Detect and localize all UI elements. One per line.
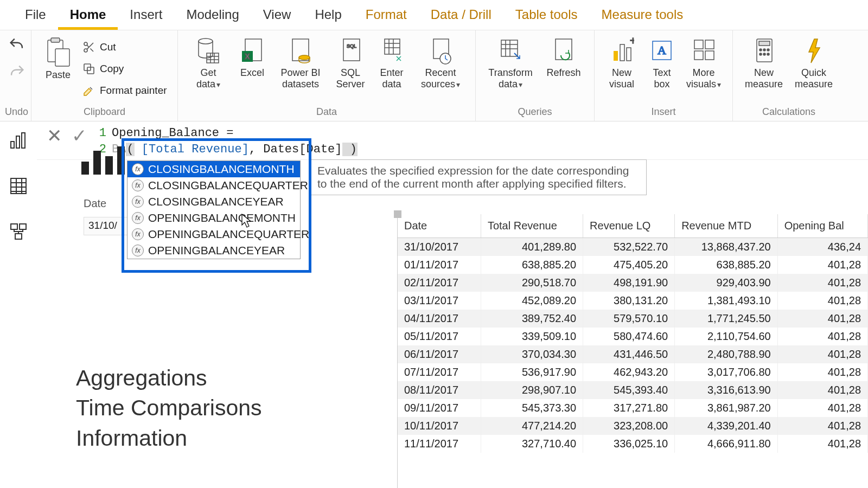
tab-format[interactable]: Format xyxy=(354,1,419,30)
sql-server-button[interactable]: SQL SQL Server xyxy=(331,34,370,89)
table-cell: 545,373.30 xyxy=(481,399,583,417)
text-box-button[interactable]: A Text box xyxy=(644,34,679,89)
col-opening-bal[interactable]: Opening Bal xyxy=(777,214,867,238)
excel-icon: X xyxy=(240,37,265,65)
intelli-item-2[interactable]: fxCLOSINGBALANCEYEAR xyxy=(127,194,300,210)
table-cell: 401,28 xyxy=(777,363,867,381)
format-painter-button[interactable]: Format painter xyxy=(82,81,167,100)
col-total-revenue[interactable]: Total Revenue xyxy=(481,214,583,238)
table-cell: 2,110,754.60 xyxy=(675,328,778,345)
data-group: Get data▾ X Excel Power BI datasets SQL … xyxy=(178,30,476,121)
calculator-icon xyxy=(751,37,776,65)
paste-button[interactable]: Paste xyxy=(39,34,77,81)
text-box-label: Text box xyxy=(653,67,671,89)
col-revenue-lq[interactable]: Revenue LQ xyxy=(583,214,675,238)
table-row[interactable]: 09/11/2017545,373.30317,271.803,861,987.… xyxy=(398,399,868,417)
enter-data-button[interactable]: Enter data xyxy=(373,34,410,89)
dax-editor[interactable]: 1Opening_Balance = 2BA( [Total Revenue],… xyxy=(94,124,358,158)
intelli-item-4[interactable]: fxOPENINGBALANCEQUARTER xyxy=(127,226,300,242)
data-table: Date Total Revenue Revenue LQ Revenue MT… xyxy=(398,214,868,453)
cut-button[interactable]: Cut xyxy=(82,38,167,56)
col-revenue-mtd[interactable]: Revenue MTD xyxy=(675,214,778,238)
table-cell: 452,089.20 xyxy=(481,292,583,310)
table-row[interactable]: 05/11/2017339,509.10580,474.602,110,754.… xyxy=(398,328,868,345)
refresh-button[interactable]: Refresh xyxy=(541,34,586,79)
table-row[interactable]: 06/11/2017370,034.30431,446.502,480,788.… xyxy=(398,345,868,363)
redo-icon[interactable] xyxy=(8,63,26,81)
powerbi-datasets-button[interactable]: Power BI datasets xyxy=(273,34,328,89)
data-table-visual[interactable]: Date Total Revenue Revenue LQ Revenue MT… xyxy=(397,214,868,488)
sql-icon: SQL xyxy=(338,37,363,65)
data-view-button[interactable] xyxy=(5,173,31,199)
cancel-formula-button[interactable]: ✕ xyxy=(47,126,62,145)
copy-button[interactable]: Copy xyxy=(82,60,167,78)
undo-icon[interactable] xyxy=(8,36,26,54)
excel-button[interactable]: X Excel xyxy=(234,34,270,79)
transform-data-button[interactable]: Transform data▾ xyxy=(483,34,538,89)
intelli-item-5[interactable]: fxOPENINGBALANCEYEAR xyxy=(127,242,300,259)
more-visuals-icon xyxy=(691,37,716,65)
formula-bar[interactable]: ✕ ✓ 1Opening_Balance = 2BA( [Total Reven… xyxy=(37,122,868,160)
quick-measure-button[interactable]: Quick measure xyxy=(790,34,837,89)
table-cell: 545,393.40 xyxy=(583,381,675,399)
intelli-item-0[interactable]: fxCLOSINGBALANCEMONTH xyxy=(127,161,300,177)
more-visuals-button[interactable]: More visuals▾ xyxy=(682,34,725,89)
intellisense-dropdown[interactable]: fxCLOSINGBALANCEMONTH fxCLOSINGBALANCEQU… xyxy=(127,160,301,259)
table-row[interactable]: 10/11/2017477,214.20323,208.004,339,201.… xyxy=(398,417,868,435)
get-data-button[interactable]: Get data▾ xyxy=(186,34,231,89)
formula-arg2: Dates[Date] xyxy=(263,143,342,156)
table-row[interactable]: 31/10/2017401,289.80532,522.7013,868,437… xyxy=(398,238,868,256)
tab-measure-tools[interactable]: Measure tools xyxy=(590,1,695,30)
fx-icon: fx xyxy=(132,228,144,240)
tab-home[interactable]: Home xyxy=(58,1,118,30)
tab-help[interactable]: Help xyxy=(303,1,353,30)
table-row[interactable]: 08/11/2017298,907.10545,393.403,316,613.… xyxy=(398,381,868,399)
table-cell: 11/11/2017 xyxy=(398,435,481,453)
table-row[interactable]: 02/11/2017290,518.70498,191.90929,403.90… xyxy=(398,274,868,292)
new-measure-label: New measure xyxy=(745,67,783,89)
table-row[interactable]: 03/11/2017452,089.20380,131.201,381,493.… xyxy=(398,292,868,310)
svg-point-4 xyxy=(84,49,87,52)
table-cell: 2,480,788.90 xyxy=(675,345,778,363)
date-column-header: Date xyxy=(84,197,106,210)
tab-table-tools[interactable]: Table tools xyxy=(503,1,590,30)
new-measure-button[interactable]: New measure xyxy=(741,34,787,89)
tab-file[interactable]: File xyxy=(13,1,58,30)
table-cell: 380,131.20 xyxy=(583,292,675,310)
table-cell: 06/11/2017 xyxy=(398,345,481,363)
commit-formula-button[interactable]: ✓ xyxy=(72,126,87,145)
table-cell: 3,017,706.80 xyxy=(675,363,778,381)
data-view-icon xyxy=(9,176,28,196)
intelli-item-1[interactable]: fxCLOSINGBALANCEQUARTER xyxy=(127,177,300,194)
table-row[interactable]: 01/11/2017638,885.20475,405.20638,885.20… xyxy=(398,256,868,274)
intelli-item-3[interactable]: fxOPENINGBALANCEMONTH xyxy=(127,210,300,226)
tab-data-drill[interactable]: Data / Drill xyxy=(419,1,503,30)
svg-rect-14 xyxy=(343,39,360,61)
col-date[interactable]: Date xyxy=(398,214,481,238)
table-cell: 1,381,493.10 xyxy=(675,292,778,310)
table-cell: 401,28 xyxy=(777,292,867,310)
tab-insert[interactable]: Insert xyxy=(118,1,174,30)
report-view-button[interactable] xyxy=(5,127,31,153)
powerbi-datasets-icon xyxy=(288,37,313,65)
recent-sources-button[interactable]: Recent sources▾ xyxy=(413,34,468,89)
table-row[interactable]: 07/11/2017536,917.90462,943.203,017,706.… xyxy=(398,363,868,381)
fx-icon: fx xyxy=(132,163,144,175)
line-number-1: 1 xyxy=(94,125,106,142)
table-cell: 498,191.90 xyxy=(583,274,675,292)
transform-icon xyxy=(498,37,523,65)
svg-point-13 xyxy=(299,55,310,60)
table-row[interactable]: 11/11/2017327,710.40336,025.104,666,911.… xyxy=(398,435,868,453)
tab-view[interactable]: View xyxy=(251,1,303,30)
table-cell: 579,570.10 xyxy=(583,310,675,328)
model-view-button[interactable] xyxy=(5,219,31,245)
tab-modeling[interactable]: Modeling xyxy=(174,1,251,30)
copy-icon xyxy=(82,62,95,75)
new-visual-button[interactable]: + New visual xyxy=(602,34,641,89)
recent-sources-label: Recent sources▾ xyxy=(421,67,460,89)
table-cell: 4,339,201.40 xyxy=(675,417,778,435)
intelli-label-1: CLOSINGBALANCEQUARTER xyxy=(148,179,308,192)
svg-rect-40 xyxy=(16,136,20,148)
table-row[interactable]: 04/11/2017389,752.40579,570.101,771,245.… xyxy=(398,310,868,328)
insert-group-label: Insert xyxy=(602,104,725,121)
